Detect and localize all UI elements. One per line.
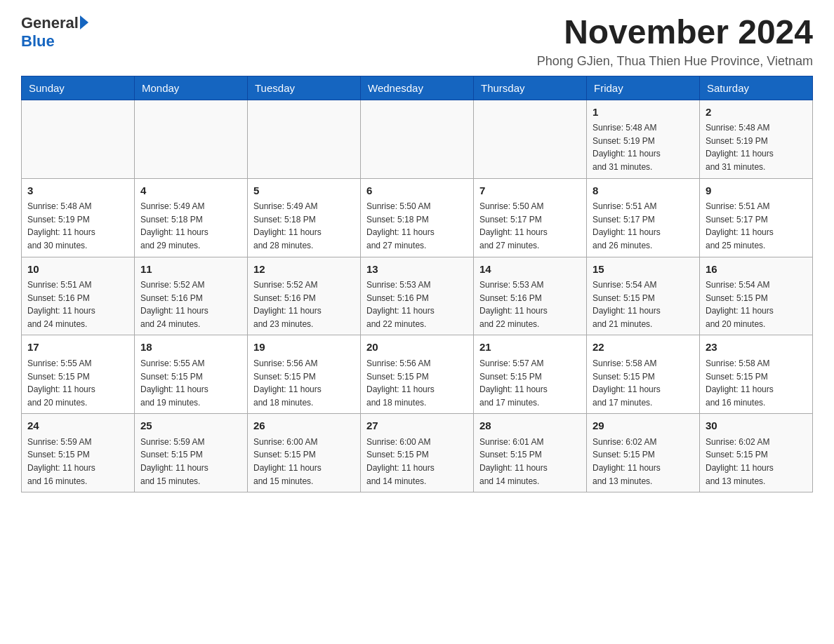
- day-number: 22: [593, 340, 694, 356]
- day-info: Sunrise: 6:02 AM Sunset: 5:15 PM Dayligh…: [593, 436, 694, 488]
- calendar-cell: [248, 100, 361, 178]
- calendar-cell: 11Sunrise: 5:52 AM Sunset: 5:16 PM Dayli…: [135, 257, 248, 335]
- logo-general: General: [21, 14, 79, 32]
- day-info: Sunrise: 5:59 AM Sunset: 5:15 PM Dayligh…: [140, 436, 241, 488]
- day-number: 26: [253, 418, 355, 434]
- day-info: Sunrise: 5:51 AM Sunset: 5:17 PM Dayligh…: [593, 200, 694, 252]
- calendar-cell: 28Sunrise: 6:01 AM Sunset: 5:15 PM Dayli…: [474, 414, 587, 492]
- day-info: Sunrise: 5:52 AM Sunset: 5:16 PM Dayligh…: [253, 279, 355, 330]
- calendar-cell: 24Sunrise: 5:59 AM Sunset: 5:15 PM Dayli…: [22, 414, 135, 492]
- calendar-cell: [361, 100, 474, 178]
- day-info: Sunrise: 5:48 AM Sunset: 5:19 PM Dayligh…: [27, 200, 128, 252]
- calendar-cell: 12Sunrise: 5:52 AM Sunset: 5:16 PM Dayli…: [248, 257, 361, 335]
- calendar-cell: 8Sunrise: 5:51 AM Sunset: 5:17 PM Daylig…: [587, 178, 700, 257]
- day-info: Sunrise: 5:58 AM Sunset: 5:15 PM Dayligh…: [593, 357, 694, 409]
- logo: General Blue: [21, 14, 88, 51]
- location-subtitle: Phong GJien, Thua Thien Hue Province, Vi…: [537, 54, 813, 69]
- day-number: 13: [366, 262, 468, 278]
- calendar-cell: 17Sunrise: 5:55 AM Sunset: 5:15 PM Dayli…: [22, 335, 135, 414]
- calendar-cell: 1Sunrise: 5:48 AM Sunset: 5:19 PM Daylig…: [587, 100, 700, 178]
- day-number: 27: [366, 418, 468, 434]
- weekday-header-tuesday: Tuesday: [248, 76, 361, 100]
- calendar-cell: 20Sunrise: 5:56 AM Sunset: 5:15 PM Dayli…: [361, 335, 474, 414]
- day-info: Sunrise: 5:50 AM Sunset: 5:18 PM Dayligh…: [366, 200, 468, 252]
- day-number: 11: [140, 262, 241, 278]
- weekday-header-monday: Monday: [135, 76, 248, 100]
- day-info: Sunrise: 5:58 AM Sunset: 5:15 PM Dayligh…: [706, 357, 807, 409]
- day-info: Sunrise: 5:49 AM Sunset: 5:18 PM Dayligh…: [253, 200, 355, 252]
- calendar-week-row: 17Sunrise: 5:55 AM Sunset: 5:15 PM Dayli…: [22, 335, 813, 414]
- day-number: 1: [593, 105, 694, 121]
- day-info: Sunrise: 6:01 AM Sunset: 5:15 PM Dayligh…: [479, 436, 581, 488]
- day-number: 7: [479, 183, 581, 199]
- month-year-title: November 2024: [537, 14, 813, 51]
- day-number: 8: [593, 183, 694, 199]
- calendar-cell: 9Sunrise: 5:51 AM Sunset: 5:17 PM Daylig…: [700, 178, 813, 257]
- day-number: 28: [479, 418, 581, 434]
- day-number: 12: [253, 262, 355, 278]
- day-number: 23: [706, 340, 807, 356]
- day-info: Sunrise: 5:55 AM Sunset: 5:15 PM Dayligh…: [140, 357, 241, 409]
- calendar-cell: 19Sunrise: 5:56 AM Sunset: 5:15 PM Dayli…: [248, 335, 361, 414]
- calendar-cell: 18Sunrise: 5:55 AM Sunset: 5:15 PM Dayli…: [135, 335, 248, 414]
- day-number: 6: [366, 183, 468, 199]
- day-number: 2: [706, 105, 807, 121]
- day-info: Sunrise: 5:54 AM Sunset: 5:15 PM Dayligh…: [593, 279, 694, 330]
- day-info: Sunrise: 5:52 AM Sunset: 5:16 PM Dayligh…: [140, 279, 241, 330]
- day-info: Sunrise: 5:54 AM Sunset: 5:15 PM Dayligh…: [706, 279, 807, 330]
- day-number: 29: [593, 418, 694, 434]
- calendar-cell: 30Sunrise: 6:02 AM Sunset: 5:15 PM Dayli…: [700, 414, 813, 492]
- weekday-header-thursday: Thursday: [474, 76, 587, 100]
- calendar-cell: 5Sunrise: 5:49 AM Sunset: 5:18 PM Daylig…: [248, 178, 361, 257]
- calendar-week-row: 3Sunrise: 5:48 AM Sunset: 5:19 PM Daylig…: [22, 178, 813, 257]
- page-header: General Blue November 2024 Phong GJien, …: [21, 14, 813, 69]
- title-section: November 2024 Phong GJien, Thua Thien Hu…: [537, 14, 813, 69]
- day-info: Sunrise: 5:50 AM Sunset: 5:17 PM Dayligh…: [479, 200, 581, 252]
- day-info: Sunrise: 5:51 AM Sunset: 5:17 PM Dayligh…: [706, 200, 807, 252]
- day-number: 14: [479, 262, 581, 278]
- day-number: 21: [479, 340, 581, 356]
- calendar-cell: 15Sunrise: 5:54 AM Sunset: 5:15 PM Dayli…: [587, 257, 700, 335]
- day-number: 20: [366, 340, 468, 356]
- calendar-cell: 25Sunrise: 5:59 AM Sunset: 5:15 PM Dayli…: [135, 414, 248, 492]
- day-number: 19: [253, 340, 355, 356]
- weekday-header-saturday: Saturday: [700, 76, 813, 100]
- day-info: Sunrise: 5:59 AM Sunset: 5:15 PM Dayligh…: [27, 436, 128, 488]
- day-info: Sunrise: 5:56 AM Sunset: 5:15 PM Dayligh…: [366, 357, 468, 409]
- day-info: Sunrise: 5:56 AM Sunset: 5:15 PM Dayligh…: [253, 357, 355, 409]
- calendar-cell: 29Sunrise: 6:02 AM Sunset: 5:15 PM Dayli…: [587, 414, 700, 492]
- day-info: Sunrise: 5:53 AM Sunset: 5:16 PM Dayligh…: [479, 279, 581, 330]
- day-info: Sunrise: 5:48 AM Sunset: 5:19 PM Dayligh…: [706, 121, 807, 173]
- weekday-header-sunday: Sunday: [22, 76, 135, 100]
- calendar-cell: 13Sunrise: 5:53 AM Sunset: 5:16 PM Dayli…: [361, 257, 474, 335]
- calendar-cell: 3Sunrise: 5:48 AM Sunset: 5:19 PM Daylig…: [22, 178, 135, 257]
- day-number: 15: [593, 262, 694, 278]
- calendar-week-row: 1Sunrise: 5:48 AM Sunset: 5:19 PM Daylig…: [22, 100, 813, 178]
- day-info: Sunrise: 6:02 AM Sunset: 5:15 PM Dayligh…: [706, 436, 807, 488]
- calendar-cell: 21Sunrise: 5:57 AM Sunset: 5:15 PM Dayli…: [474, 335, 587, 414]
- calendar-cell: 2Sunrise: 5:48 AM Sunset: 5:19 PM Daylig…: [700, 100, 813, 178]
- day-info: Sunrise: 5:57 AM Sunset: 5:15 PM Dayligh…: [479, 357, 581, 409]
- day-number: 17: [27, 340, 128, 356]
- weekday-header-friday: Friday: [587, 76, 700, 100]
- logo-blue: Blue: [21, 32, 55, 51]
- logo-arrow-icon: [80, 15, 88, 29]
- calendar-cell: 4Sunrise: 5:49 AM Sunset: 5:18 PM Daylig…: [135, 178, 248, 257]
- calendar-cell: 23Sunrise: 5:58 AM Sunset: 5:15 PM Dayli…: [700, 335, 813, 414]
- calendar-cell: 26Sunrise: 6:00 AM Sunset: 5:15 PM Dayli…: [248, 414, 361, 492]
- day-number: 18: [140, 340, 241, 356]
- day-info: Sunrise: 5:55 AM Sunset: 5:15 PM Dayligh…: [27, 357, 128, 409]
- calendar-cell: 27Sunrise: 6:00 AM Sunset: 5:15 PM Dayli…: [361, 414, 474, 492]
- calendar-cell: 6Sunrise: 5:50 AM Sunset: 5:18 PM Daylig…: [361, 178, 474, 257]
- day-info: Sunrise: 5:48 AM Sunset: 5:19 PM Dayligh…: [593, 121, 694, 173]
- calendar-week-row: 10Sunrise: 5:51 AM Sunset: 5:16 PM Dayli…: [22, 257, 813, 335]
- day-number: 16: [706, 262, 807, 278]
- calendar-cell: [22, 100, 135, 178]
- day-info: Sunrise: 5:51 AM Sunset: 5:16 PM Dayligh…: [27, 279, 128, 330]
- weekday-header-row: SundayMondayTuesdayWednesdayThursdayFrid…: [22, 76, 813, 100]
- day-number: 10: [27, 262, 128, 278]
- day-number: 24: [27, 418, 128, 434]
- day-number: 9: [706, 183, 807, 199]
- day-info: Sunrise: 5:53 AM Sunset: 5:16 PM Dayligh…: [366, 279, 468, 330]
- calendar-cell: 7Sunrise: 5:50 AM Sunset: 5:17 PM Daylig…: [474, 178, 587, 257]
